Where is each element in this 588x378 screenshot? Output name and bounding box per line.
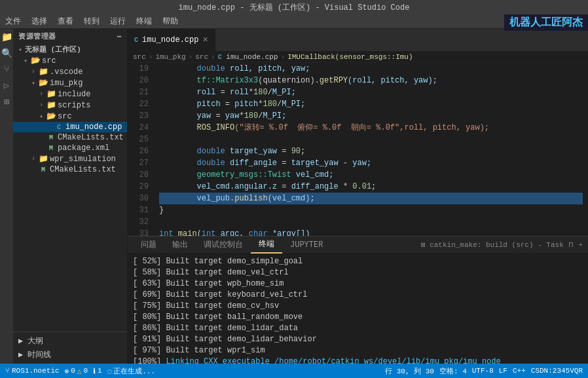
file-tree: ▾ 无标题 (工作区) ▾ 📂 src › 📁 .vscode ▾ 📂 imu_… — [13, 44, 127, 175]
code-line-33: int main(int argc, char *argv[]) — [159, 228, 583, 236]
menu-goto[interactable]: 转到 — [84, 16, 100, 27]
breadcrumb-imu-pkg[interactable]: imu_pkg — [155, 53, 185, 61]
line-numbers: 19 20 21 22 23 24 25 26 27 28 29 30 31 3… — [128, 63, 154, 236]
error-icon: ⊗ — [65, 367, 69, 375]
term-line-8: [ 91%] Built target demo_lidar_behavior — [133, 334, 583, 345]
breadcrumb-file[interactable]: C imu_node.cpp — [218, 53, 278, 61]
sidebar-more-icon[interactable]: ⋯ — [117, 32, 122, 41]
explorer-icon[interactable]: 📁 — [1, 31, 12, 43]
status-generating: ◌ 正在生成... — [107, 366, 155, 376]
status-bar: ⑂ ROS1.noetic ⊗ 0 △ 0 ℹ 1 ◌ 正在生成... 行 30… — [0, 364, 588, 378]
menu-select[interactable]: 选择 — [31, 16, 47, 27]
tree-item-imu-node-cpp[interactable]: C imu_node.cpp — [13, 122, 127, 132]
code-line-23: yaw = yaw*180/M_PI; — [159, 110, 583, 122]
branch-label: ROS1.noetic — [12, 367, 60, 375]
imu-pkg-label: imu_pkg — [50, 79, 83, 88]
status-position[interactable]: 行 30, 列 30 — [385, 366, 434, 376]
code-line-29: vel_cmd.angular.z = diff_angle * 0.01; — [159, 181, 583, 193]
status-encoding[interactable]: UTF-8 — [472, 367, 494, 375]
menu-view[interactable]: 查看 — [58, 16, 73, 27]
code-line-26: double target_yaw = 90; — [159, 145, 583, 157]
term-line-2: [ 58%] Built target demo_vel_ctrl — [133, 267, 583, 278]
status-language[interactable]: C++ — [513, 367, 526, 375]
split-terminal-icon[interactable]: ⊓ — [569, 240, 574, 249]
tab-jupyter[interactable]: JUPYTER — [282, 236, 331, 254]
menu-help[interactable]: 帮助 — [162, 16, 178, 27]
tree-item-cmakelists1[interactable]: M CMakeLists.txt — [13, 132, 127, 143]
debug-icon[interactable]: ▷ — [4, 80, 9, 91]
include-label: include — [58, 90, 90, 99]
arrow-icon: › — [29, 155, 38, 162]
tab-output[interactable]: 输出 — [164, 236, 196, 254]
tab-bar: C imu_node.cpp × — [128, 29, 588, 52]
folder-icon: 📁 — [46, 100, 56, 110]
folder-icon: 📁 — [46, 89, 56, 99]
link-executable[interactable]: Linking CXX executable /home/robot/catki… — [166, 357, 500, 364]
sidebar-bottom: ▶ 大纲 ▶ 时间线 — [13, 331, 127, 364]
folder-icon: 📁 — [38, 67, 48, 77]
status-left: ⑂ ROS1.noetic ⊗ 0 △ 0 ℹ 1 ◌ 正在生成... — [5, 366, 155, 376]
code-content[interactable]: double roll, pitch, yaw; tf::Matrix3x3(q… — [154, 63, 588, 236]
breadcrumb-src2[interactable]: src — [195, 53, 208, 61]
close-panel-icon[interactable]: + — [578, 241, 583, 249]
status-errors[interactable]: ⊗ 0 △ 0 — [65, 367, 88, 375]
extensions-icon[interactable]: ⊞ — [4, 96, 9, 107]
search-icon[interactable]: 🔍 — [1, 48, 12, 59]
sidebar-title: 资源管理器 — [18, 31, 56, 41]
terminal-icon: ⊠ — [421, 241, 426, 249]
cpp-file-icon: C — [54, 124, 64, 131]
scm-icon[interactable]: ⑂ — [4, 64, 9, 75]
tab-close-icon[interactable]: × — [202, 35, 208, 45]
menu-bar: 文件 选择 查看 转到 运行 终端 帮助 — [0, 14, 588, 29]
tab-terminal[interactable]: 终端 — [251, 236, 282, 254]
code-line-25 — [159, 134, 583, 145]
tab-imu-node[interactable]: C imu_node.cpp × — [128, 29, 215, 51]
code-line-28: geometry_msgs::Twist vel_cmd; — [159, 169, 583, 181]
arrow-icon: ▾ — [21, 57, 30, 65]
outline-item[interactable]: ▶ 大纲 — [18, 335, 122, 347]
breadcrumb-sep3: › — [211, 53, 215, 61]
info-icon: ℹ — [93, 367, 96, 375]
tree-item-imu-pkg[interactable]: ▾ 📂 imu_pkg — [13, 77, 127, 88]
term-line-7: [ 86%] Built target demo_lidar_data — [133, 323, 583, 334]
status-branch[interactable]: ⑂ ROS1.noetic — [5, 367, 60, 375]
breadcrumb-src[interactable]: src — [133, 53, 146, 61]
tab-label: imu_node.cpp — [142, 35, 198, 45]
arrow-icon: › — [29, 68, 38, 75]
menu-terminal[interactable]: 终端 — [136, 16, 152, 27]
tree-item-scripts[interactable]: › 📁 scripts — [13, 100, 127, 111]
package-xml-label: package.xml — [58, 143, 109, 153]
tree-item-include[interactable]: › 📁 include — [13, 88, 127, 100]
tree-item-wpr-simulation[interactable]: › 📁 wpr_simulation — [13, 153, 127, 164]
status-website: CSDN:2345VQR — [531, 367, 583, 375]
tree-item-workspace[interactable]: ▾ 无标题 (工作区) — [13, 44, 127, 55]
tab-problems[interactable]: 问题 — [133, 236, 164, 254]
term-line-9: [ 97%] Built target wpr1_sim — [133, 345, 583, 356]
terminal-content[interactable]: [ 52%] Built target demo_simple_goal [ 5… — [128, 254, 588, 364]
term-line-5: [ 75%] Built target demo_cv_hsv — [133, 301, 583, 312]
status-line-ending[interactable]: LF — [499, 367, 507, 375]
folder-icon: 📂 — [30, 56, 41, 66]
status-info[interactable]: ℹ 1 — [93, 367, 102, 375]
src-label: src — [42, 56, 56, 66]
code-line-19: double roll, pitch, yaw; — [159, 63, 583, 75]
breadcrumb-sep1: › — [149, 53, 153, 61]
timeline-item[interactable]: ▶ 时间线 — [18, 349, 122, 361]
breadcrumb-function[interactable]: IMUCallback(sensor_msgs::Imu) — [287, 53, 413, 61]
tree-item-cmakelists2[interactable]: M CMakeLists.txt — [13, 164, 127, 175]
menu-run[interactable]: 运行 — [110, 16, 126, 27]
tree-item-vscode[interactable]: › 📁 .vscode — [13, 66, 127, 77]
tree-item-src2[interactable]: ▾ 📂 src — [13, 111, 127, 122]
tree-item-src[interactable]: ▾ 📂 src — [13, 55, 127, 66]
tree-item-package-xml[interactable]: M package.xml — [13, 143, 127, 153]
sidebar-header: 资源管理器 ⋯ — [13, 29, 127, 44]
code-line-27: double diff_angle = target_yaw - yaw; — [159, 157, 583, 169]
workspace-label: 无标题 (工作区) — [25, 45, 81, 54]
menu-file[interactable]: 文件 — [5, 16, 21, 27]
term-line-10: [100%] Linking CXX executable /home/robo… — [133, 356, 583, 364]
scripts-label: scripts — [58, 101, 90, 110]
tab-debug-console[interactable]: 调试控制台 — [196, 236, 251, 254]
code-editor[interactable]: 19 20 21 22 23 24 25 26 27 28 29 30 31 3… — [128, 63, 588, 236]
status-spaces[interactable]: 空格: 4 — [439, 366, 467, 376]
tab-cpp-icon: C — [134, 37, 138, 44]
